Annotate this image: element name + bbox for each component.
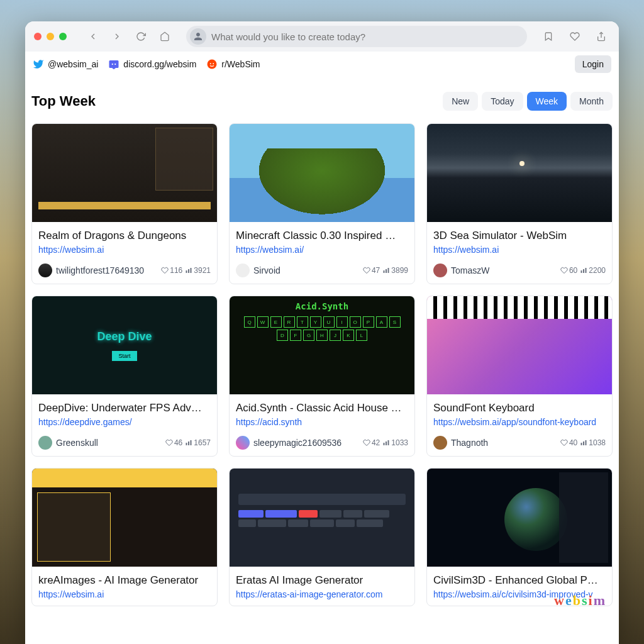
project-card[interactable]: kreAImages - AI Image Generator https://…: [31, 468, 218, 606]
author-avatar: [236, 264, 250, 277]
card-author[interactable]: TomaszW: [433, 264, 489, 277]
card-url[interactable]: https://websim.ai: [433, 245, 606, 255]
card-author[interactable]: sleepymagic21609536: [236, 436, 341, 450]
svg-rect-12: [581, 270, 582, 273]
card-author[interactable]: Greenskull: [38, 436, 98, 450]
author-name: TomaszW: [451, 265, 489, 275]
card-title: Realm of Dragons & Dungeons: [38, 230, 211, 242]
likes-count: 60: [569, 266, 577, 275]
twitter-handle: @websim_ai: [48, 59, 98, 69]
card-url[interactable]: https://websim.ai/: [236, 245, 408, 255]
reddit-icon: [206, 58, 218, 70]
twitter-link[interactable]: @websim_ai: [33, 58, 98, 70]
card-thumbnail: [230, 469, 414, 567]
card-url[interactable]: https://acid.synth: [236, 417, 408, 427]
card-thumbnail: [32, 469, 217, 567]
views-count: 2200: [589, 266, 606, 275]
author-name: Sirvoid: [253, 265, 280, 275]
maximize-icon[interactable]: [59, 33, 67, 40]
search-input[interactable]: [211, 31, 523, 42]
svg-rect-17: [191, 440, 192, 445]
bookmark-button[interactable]: [540, 28, 557, 45]
project-card[interactable]: Acid.Synth QWERTYUIOPASDFGHJKL Acid.Synt…: [229, 296, 415, 457]
author-avatar: [433, 264, 447, 277]
views-count: 3921: [194, 266, 211, 275]
card-url[interactable]: https://websim.ai: [38, 245, 211, 255]
views-icon: [580, 267, 587, 274]
author-name: twilightforest17649130: [56, 265, 144, 275]
svg-rect-14: [586, 268, 587, 273]
author-name: Thagnoth: [451, 438, 488, 448]
svg-rect-13: [583, 269, 584, 273]
card-url[interactable]: https://websim.ai: [38, 589, 211, 599]
content-header: Top Week New Today Week Month: [31, 77, 613, 123]
card-url[interactable]: https://eratas-ai-image-generator.com: [236, 589, 408, 599]
views-icon: [382, 439, 390, 447]
card-author[interactable]: Sirvoid: [236, 264, 280, 277]
project-card[interactable]: CivilSim3D - Enhanced Global P… https://…: [426, 468, 613, 606]
views-count: 1657: [194, 438, 211, 447]
author-avatar: [236, 436, 250, 450]
reload-button[interactable]: [132, 28, 150, 45]
views-icon: [185, 267, 192, 274]
login-button[interactable]: Login: [575, 55, 611, 73]
back-button[interactable]: [84, 28, 102, 45]
tab-today[interactable]: Today: [482, 92, 523, 111]
views-icon: [580, 439, 587, 447]
card-thumbnail: [230, 124, 414, 222]
svg-rect-20: [388, 440, 389, 445]
card-title: Eratas AI Image Generator: [236, 574, 408, 587]
views-count: 1038: [589, 438, 606, 447]
forward-button[interactable]: [108, 28, 126, 45]
minimize-icon[interactable]: [47, 33, 54, 40]
card-author[interactable]: Thagnoth: [433, 436, 488, 450]
project-card[interactable]: Realm of Dragons & Dungeons https://webs…: [31, 123, 218, 284]
project-card[interactable]: Deep Dive Start DeepDive: Underwater FPS…: [31, 296, 218, 457]
svg-point-2: [114, 64, 116, 65]
discord-link[interactable]: discord.gg/websim: [108, 58, 196, 70]
card-stats: 46 1657: [165, 438, 211, 447]
project-card[interactable]: 3D Sea Simulator - WebSim https://websim…: [426, 123, 613, 284]
favorite-button[interactable]: [566, 28, 584, 45]
cards-grid: Realm of Dragons & Dungeons https://webs…: [31, 123, 613, 619]
card-url[interactable]: https://deepdive.games/: [38, 417, 211, 427]
user-avatar-icon[interactable]: [190, 28, 206, 45]
home-button[interactable]: [156, 28, 174, 45]
tab-week[interactable]: Week: [527, 92, 567, 111]
search-bar[interactable]: [186, 26, 527, 47]
svg-point-3: [208, 60, 217, 69]
card-url[interactable]: https://websim.ai/app/soundfont-keyboard: [433, 417, 606, 427]
reddit-link[interactable]: r/WebSim: [206, 58, 260, 70]
tab-month[interactable]: Month: [570, 92, 613, 111]
svg-rect-21: [581, 443, 582, 445]
svg-point-5: [213, 63, 214, 64]
card-thumbnail: [32, 124, 217, 222]
tab-new[interactable]: New: [443, 92, 478, 111]
likes-count: 46: [174, 438, 182, 447]
watermark-logo: websim: [554, 592, 606, 609]
author-avatar: [38, 264, 52, 277]
heart-icon: [363, 439, 370, 447]
likes-count: 42: [372, 438, 380, 447]
project-card[interactable]: SoundFont Keyboard https://websim.ai/app…: [426, 296, 613, 457]
author-name: sleepymagic21609536: [253, 438, 341, 448]
svg-rect-18: [384, 443, 385, 445]
heart-icon: [560, 439, 568, 447]
svg-rect-22: [583, 441, 584, 445]
card-stats: 40 1038: [560, 438, 606, 447]
close-icon[interactable]: [34, 33, 42, 40]
card-author[interactable]: twilightforest17649130: [38, 264, 144, 277]
window-controls: [34, 33, 67, 40]
social-links-row: @websim_ai discord.gg/websim r/WebSim Lo…: [25, 52, 619, 77]
author-avatar: [433, 436, 447, 450]
svg-rect-10: [386, 269, 387, 273]
views-icon: [382, 267, 390, 274]
card-title: SoundFont Keyboard: [433, 402, 606, 414]
card-stats: 42 1033: [363, 438, 408, 447]
project-card[interactable]: Minecraft Classic 0.30 Inspired … https:…: [229, 123, 415, 284]
project-card[interactable]: Eratas AI Image Generator https://eratas…: [229, 468, 415, 606]
titlebar: [25, 21, 619, 52]
share-button[interactable]: [592, 28, 610, 45]
svg-rect-8: [191, 268, 192, 273]
views-icon: [185, 439, 192, 447]
